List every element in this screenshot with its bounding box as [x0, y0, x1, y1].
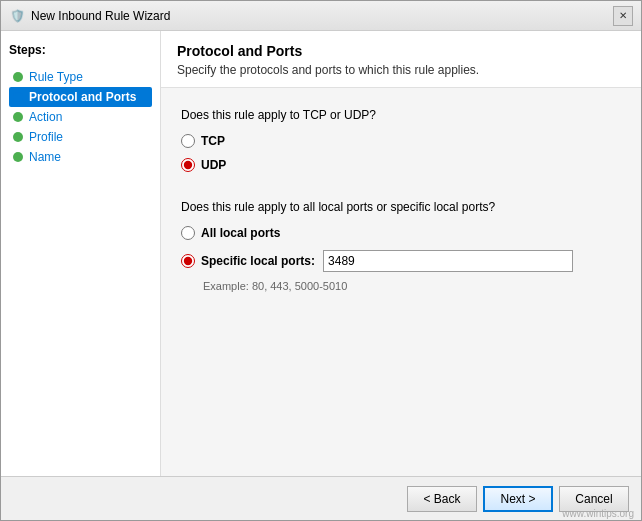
content-area: Steps: Rule Type Protocol and Ports Acti… — [1, 31, 641, 476]
specific-ports-radio-row: Specific local ports: — [181, 248, 621, 274]
title-bar: 🛡️ New Inbound Rule Wizard ✕ — [1, 1, 641, 31]
sidebar-label-protocol-ports: Protocol and Ports — [29, 90, 136, 104]
protocol-radio-group: TCP UDP — [181, 132, 621, 174]
dot-action — [13, 112, 23, 122]
port-number-input[interactable] — [323, 250, 573, 272]
tcp-radio[interactable] — [181, 134, 195, 148]
specific-ports-label[interactable]: Specific local ports: — [201, 254, 315, 268]
main-subtitle: Specify the protocols and ports to which… — [177, 63, 625, 77]
all-ports-label[interactable]: All local ports — [201, 226, 280, 240]
main-body: Does this rule apply to TCP or UDP? TCP … — [161, 88, 641, 476]
sidebar-item-profile[interactable]: Profile — [9, 127, 152, 147]
udp-label[interactable]: UDP — [201, 158, 226, 172]
tcp-label[interactable]: TCP — [201, 134, 225, 148]
main-title: Protocol and Ports — [177, 43, 625, 59]
sidebar-item-action[interactable]: Action — [9, 107, 152, 127]
back-button[interactable]: < Back — [407, 486, 477, 512]
ports-question: Does this rule apply to all local ports … — [181, 200, 621, 214]
dot-name — [13, 152, 23, 162]
section-divider — [181, 180, 621, 200]
tcp-radio-row: TCP — [181, 132, 621, 150]
all-ports-radio[interactable] — [181, 226, 195, 240]
window-title: New Inbound Rule Wizard — [31, 9, 170, 23]
dot-protocol-ports — [13, 92, 23, 102]
udp-radio-row: UDP — [181, 156, 621, 174]
sidebar-item-protocol-ports[interactable]: Protocol and Ports — [9, 87, 152, 107]
main-panel: Protocol and Ports Specify the protocols… — [161, 31, 641, 476]
next-button[interactable]: Next > — [483, 486, 553, 512]
sidebar-label-action: Action — [29, 110, 62, 124]
udp-radio[interactable] — [181, 158, 195, 172]
sidebar-label-profile: Profile — [29, 130, 63, 144]
dot-rule-type — [13, 72, 23, 82]
footer: < Back Next > Cancel — [1, 476, 641, 520]
wizard-window: 🛡️ New Inbound Rule Wizard ✕ Steps: Rule… — [0, 0, 642, 521]
specific-ports-input-group: Specific local ports: — [201, 250, 573, 272]
title-bar-left: 🛡️ New Inbound Rule Wizard — [9, 8, 170, 24]
protocol-question: Does this rule apply to TCP or UDP? — [181, 108, 621, 122]
main-header: Protocol and Ports Specify the protocols… — [161, 31, 641, 88]
sidebar-item-name[interactable]: Name — [9, 147, 152, 167]
specific-ports-radio[interactable] — [181, 254, 195, 268]
watermark: www.wintips.org — [562, 508, 634, 519]
sidebar-item-rule-type[interactable]: Rule Type — [9, 67, 152, 87]
dot-profile — [13, 132, 23, 142]
port-example-text: Example: 80, 443, 5000-5010 — [203, 280, 621, 292]
window-icon: 🛡️ — [9, 8, 25, 24]
close-button[interactable]: ✕ — [613, 6, 633, 26]
all-ports-radio-row: All local ports — [181, 224, 621, 242]
ports-radio-group: All local ports Specific local ports: Ex… — [181, 224, 621, 292]
sidebar-label-name: Name — [29, 150, 61, 164]
steps-title: Steps: — [9, 43, 152, 57]
sidebar: Steps: Rule Type Protocol and Ports Acti… — [1, 31, 161, 476]
sidebar-label-rule-type: Rule Type — [29, 70, 83, 84]
